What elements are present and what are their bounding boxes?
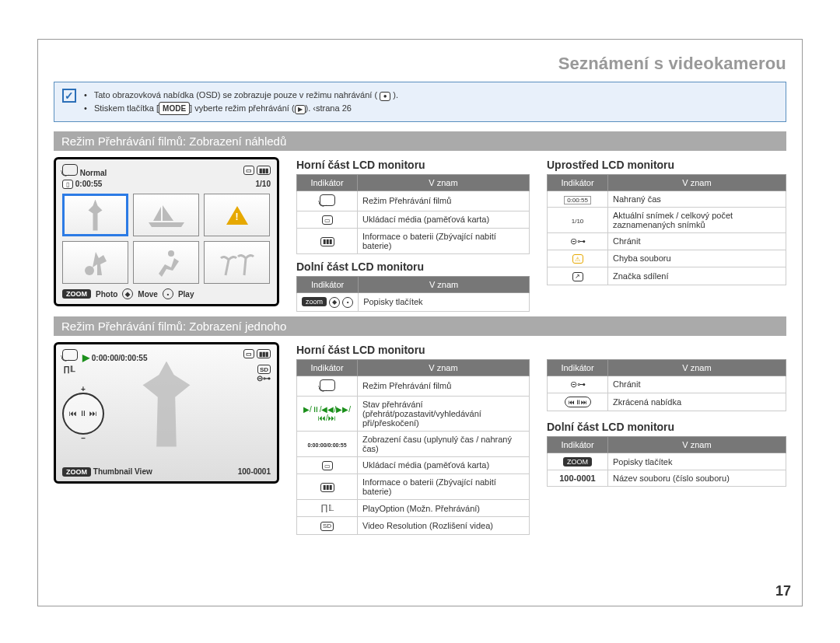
text: Tato obrazovková nabídka (OSD) se zobraz… bbox=[94, 90, 377, 100]
cell: Video Resolution (Rozlišení videa) bbox=[358, 517, 530, 535]
page-number: 17 bbox=[775, 583, 791, 599]
thumbnail bbox=[204, 194, 270, 236]
cell: Značka sdílení bbox=[608, 267, 786, 285]
battery-icon: ▮▮▮ bbox=[257, 349, 271, 358]
sd-icon: SD bbox=[257, 365, 271, 374]
cell: Zkrácená nabídka bbox=[608, 393, 786, 411]
indicator-table-single-bottom: IndikátorV znam ZOOMPopisky tlačítek 100… bbox=[547, 436, 786, 487]
osd-thumbnail-view: Normal ▭ ▮▮▮ ▯ 0:00:55 1/10 ZOOM Photo ◆ bbox=[54, 157, 279, 307]
cell: Režim Přehrávání filmů bbox=[358, 190, 530, 211]
cell: Zobrazení času (uplynulý čas / nahraný č… bbox=[358, 431, 530, 456]
cell: PlayOption (Možn. Přehrávání) bbox=[358, 500, 530, 517]
text: ] vyberte režim přehrávání ( bbox=[190, 103, 295, 113]
manual-page: Seznámení s videokamerou ✓ Tato obrazovk… bbox=[37, 39, 803, 606]
th-indicator: Indikátor bbox=[548, 359, 608, 376]
indicator-table-single-top: IndikátorV znam Režim Přehrávání filmů ▶… bbox=[296, 359, 530, 535]
zoom-key-icon: ZOOM bbox=[563, 457, 592, 467]
cell: Chránit bbox=[608, 376, 786, 393]
thumbnail bbox=[62, 241, 128, 284]
cell: Ukládací média (paměťová karta) bbox=[358, 211, 530, 229]
section-bar-1: Režim Přehrávání filmů: Zobrazení náhled… bbox=[54, 131, 786, 151]
cell: Chyba souboru bbox=[608, 250, 786, 267]
joystick-icon: ◆ bbox=[329, 297, 340, 308]
running-icon bbox=[151, 247, 182, 278]
time-indicator-icon: 0:00:55 bbox=[564, 196, 591, 204]
battery-icon: ▮▮▮ bbox=[257, 166, 271, 175]
play-icon: ▶ bbox=[82, 352, 89, 363]
th-indicator: Indikátor bbox=[297, 277, 359, 293]
svg-point-1 bbox=[168, 250, 174, 257]
indicator-table-bottom: IndikátorV znam zoom ◆ •Popisky tlačítek bbox=[296, 276, 530, 312]
subheading: Uprostřed LCD monitoru bbox=[547, 159, 786, 171]
protect-icon: ⊝⊶ bbox=[570, 236, 586, 246]
cell: Informace o baterii (Zbývající nabití ba… bbox=[358, 229, 530, 254]
th-meaning: V znam bbox=[608, 174, 786, 190]
playback-icon bbox=[62, 349, 78, 361]
th-meaning: V znam bbox=[608, 437, 786, 453]
subheading: Horní část LCD monitoru bbox=[296, 344, 530, 356]
cell: Název souboru (číslo souboru) bbox=[608, 470, 786, 487]
th-meaning: V znam bbox=[358, 174, 530, 190]
th-indicator: Indikátor bbox=[548, 437, 608, 453]
film-icon: ▯ bbox=[62, 180, 73, 189]
osd-counter: 1/10 bbox=[256, 180, 271, 188]
elapsed-time-icon: 0:00:00/0:00:55 bbox=[307, 442, 346, 448]
text: Stiskem tlačítka [ bbox=[94, 103, 159, 113]
osd-elapsed-time: 0:00:00/0:00:55 bbox=[92, 354, 148, 362]
protect-icon: ⊝⊶ bbox=[570, 379, 586, 390]
playback-mode-icon: ▶ bbox=[295, 105, 306, 114]
playoption-icon: ∏𝕃 bbox=[62, 365, 76, 383]
zoom-key-icon: zoom bbox=[302, 297, 327, 306]
ok-icon: • bbox=[342, 297, 353, 308]
counter-indicator-icon: 1/10 bbox=[572, 218, 584, 225]
th-meaning: V znam bbox=[608, 359, 786, 376]
note-box: ✓ Tato obrazovková nabídka (OSD) se zobr… bbox=[54, 82, 786, 122]
cell: Stav přehrávání (přehrát/pozastavit/vyhl… bbox=[358, 396, 530, 431]
osd-filename: 100-0001 bbox=[238, 467, 271, 477]
osd-single-view: ▶ 0:00:00/0:00:55 ▭ ▮▮▮ ∏𝕃 SD ⊝⊶ ⏮⏸⏭ ZOO… bbox=[54, 342, 279, 484]
text: ). ‹strana 26 bbox=[306, 103, 352, 113]
zoom-key: ZOOM bbox=[62, 289, 91, 299]
osd-time: 0:00:55 bbox=[75, 180, 102, 188]
card-icon: ▭ bbox=[243, 166, 254, 175]
th-indicator: Indikátor bbox=[297, 359, 358, 376]
warning-icon bbox=[226, 206, 248, 225]
file-error-icon: ⚠ bbox=[572, 254, 583, 264]
th-indicator: Indikátor bbox=[297, 174, 358, 190]
osd-photo-label: Photo bbox=[96, 290, 117, 299]
sailboat-icon bbox=[147, 204, 186, 227]
ok-icon: • bbox=[163, 288, 173, 299]
cell: Režim Přehrávání filmů bbox=[358, 376, 530, 396]
playback-mode-icon bbox=[320, 194, 335, 206]
storage-icon: ▭ bbox=[322, 461, 333, 470]
cell: Ukládací média (paměťová karta) bbox=[358, 456, 530, 474]
quick-menu-ring-icon: ⏮⏸⏭ bbox=[62, 393, 104, 435]
note-line-1: Tato obrazovková nabídka (OSD) se zobraz… bbox=[84, 89, 398, 102]
subheading: Horní část LCD monitoru bbox=[296, 159, 530, 171]
osd-play-label: Play bbox=[178, 290, 194, 299]
thumbnail bbox=[133, 194, 199, 236]
filename-icon: 100-0001 bbox=[559, 474, 596, 483]
subheading: Dolní část LCD monitoru bbox=[547, 421, 786, 433]
note-line-2: Stiskem tlačítka [MODE] vyberte režim př… bbox=[84, 102, 398, 115]
check-icon: ✓ bbox=[62, 89, 76, 103]
cell: Nahraný čas bbox=[608, 190, 786, 207]
th-meaning: V znam bbox=[358, 359, 530, 376]
playback-state-icons: ▶/⏸/◀◀/▶▶/⏮/⏭ bbox=[297, 396, 358, 431]
resolution-icon: SD bbox=[320, 522, 334, 531]
playback-mode-icon bbox=[320, 379, 335, 391]
th-indicator: Indikátor bbox=[548, 174, 608, 190]
cell: Popisky tlačítek bbox=[359, 293, 530, 312]
cell: Chránit bbox=[608, 232, 786, 250]
mode-chip: MODE bbox=[159, 102, 190, 115]
th-meaning: V znam bbox=[359, 277, 530, 293]
cell: Aktuální snímek / celkový počet zaznamen… bbox=[608, 207, 786, 232]
protect-icon: ⊝⊶ bbox=[257, 374, 271, 383]
quick-menu-icon: ⏮⏸⏭ bbox=[565, 397, 591, 407]
card-icon: ▭ bbox=[243, 349, 254, 358]
battery-icon: ▮▮▮ bbox=[320, 483, 334, 492]
storage-icon: ▭ bbox=[322, 215, 333, 225]
joystick-icon: ◆ bbox=[122, 288, 133, 299]
osd-thumbview-label: Thumbnail View bbox=[93, 467, 152, 476]
cell: Informace o baterii (Zbývající nabití ba… bbox=[358, 474, 530, 500]
